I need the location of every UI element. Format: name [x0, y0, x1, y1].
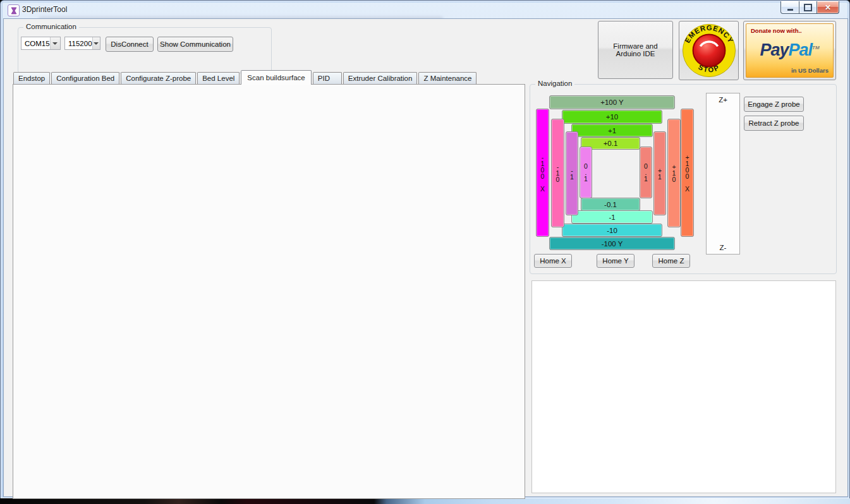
retract-z-probe-button[interactable]: Retract Z probe [744, 116, 804, 131]
z-jog-panel: Z+ Z- [706, 93, 740, 255]
disconnect-button[interactable]: DisConnect [106, 37, 154, 52]
paypal-logo: PayPalTM [746, 40, 833, 60]
tab-configuration-bed[interactable]: Configuration Bed [51, 72, 119, 85]
tab-page-scan-buildsurface [13, 84, 525, 499]
jog-y-minus-1-button[interactable]: -1 [571, 210, 653, 224]
paypal-donate-button[interactable]: Donate now with.. PayPalTM in US Dollars [743, 21, 836, 80]
titlebar[interactable]: 3DprinterTool ✕ [2, 1, 848, 18]
jog-y-minus-10-button[interactable]: -10 [562, 224, 662, 237]
jog-x-plus-10-button[interactable]: + 1 0 [667, 119, 681, 227]
tab-pid[interactable]: PID [313, 72, 342, 85]
taskbar-strip [0, 498, 850, 504]
port-combobox[interactable]: COM15 [21, 37, 61, 50]
show-communication-button[interactable]: Show Communication [157, 37, 233, 52]
jog-x-minus-100-button[interactable]: - 1 0 0 X [536, 109, 549, 237]
jog-y-plus-1-button[interactable]: +1 [571, 124, 653, 137]
app-icon [8, 4, 20, 16]
home-y-button[interactable]: Home Y [597, 254, 634, 268]
chevron-down-icon [92, 37, 100, 49]
window-title: 3DprinterTool [22, 5, 67, 14]
jog-x-plus-100-button[interactable]: + 1 0 0 X [681, 109, 694, 237]
communication-legend: Communication [23, 23, 79, 30]
tab-configurate-z-probe[interactable]: Configurate Z-probe [121, 72, 196, 85]
emergency-stop-icon: EMERGENCY STOP [682, 23, 736, 78]
home-z-button[interactable]: Home Z [652, 254, 690, 268]
output-panel[interactable] [531, 280, 836, 493]
jog-y-plus-100-button[interactable]: +100 Y [549, 95, 675, 109]
tab-endstop[interactable]: Endstop [13, 72, 50, 85]
jog-y-plus-10-button[interactable]: +10 [562, 110, 662, 124]
jog-x-plus-1-button[interactable]: + 1 [653, 131, 666, 215]
paypal-footer-text: in US Dollars [791, 67, 829, 74]
home-x-button[interactable]: Home X [534, 254, 572, 268]
paypal-badge: Donate now with.. PayPalTM in US Dollars [746, 23, 834, 78]
jog-x-plus-0-1-button[interactable]: 0 . 1 [640, 147, 652, 198]
minimize-button[interactable] [780, 1, 799, 14]
jog-x-minus-0-1-button[interactable]: 0 . 1 [580, 147, 592, 198]
z-minus-label: Z- [707, 244, 739, 251]
close-button[interactable]: ✕ [817, 1, 839, 14]
navigation-legend: Navigation [535, 80, 574, 87]
jog-y-minus-100-button[interactable]: -100 Y [549, 237, 675, 250]
tab-z-maintenance[interactable]: Z Maintenance [418, 72, 477, 85]
minimize-icon [787, 9, 793, 11]
baud-value: 115200 [68, 40, 92, 47]
jog-x-minus-10-button[interactable]: - 1 0 [551, 119, 564, 227]
firmware-ide-button[interactable]: Firmware and Arduino IDE [598, 21, 673, 79]
chevron-down-icon [50, 37, 60, 49]
tab-extruder-calibration[interactable]: Extruder Calibration [343, 72, 418, 85]
port-value: COM15 [25, 40, 50, 47]
tab-bed-level[interactable]: Bed Level [197, 72, 240, 85]
baud-combobox[interactable]: 115200 [64, 37, 100, 50]
z-plus-label: Z+ [707, 96, 739, 104]
jog-y-minus-0-1-button[interactable]: -0.1 [581, 198, 640, 211]
tab-scan-buildsurface[interactable]: Scan buildsurface [241, 70, 311, 85]
close-icon: ✕ [825, 3, 831, 12]
jog-x-minus-1-button[interactable]: - 1 [566, 131, 578, 215]
maximize-button[interactable] [799, 1, 817, 14]
maximize-icon [804, 4, 812, 11]
paypal-header-text: Donate now with.. [751, 27, 802, 34]
tab-bar: EndstopConfiguration BedConfigurate Z-pr… [13, 71, 478, 85]
printer-icon [10, 7, 18, 15]
engage-z-probe-button[interactable]: Engage Z probe [744, 97, 804, 112]
emergency-stop-button[interactable]: EMERGENCY STOP [679, 21, 739, 80]
